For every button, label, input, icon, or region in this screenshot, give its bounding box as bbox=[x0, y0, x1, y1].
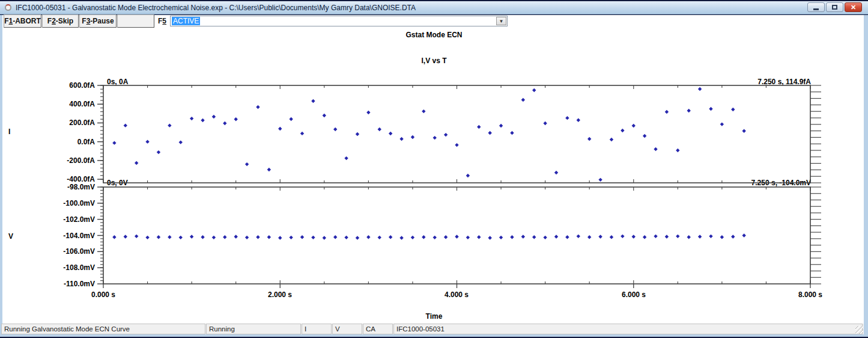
status-instrument-id: IFC1000-05031 bbox=[393, 324, 863, 334]
status-voltage-indicator: V bbox=[332, 324, 362, 334]
close-icon: ✕ bbox=[851, 3, 856, 11]
combobox-selected-value: ACTIVE bbox=[172, 17, 200, 25]
f5-accesskey: 5 bbox=[162, 17, 166, 25]
x-tick-label: 6.000 s bbox=[607, 290, 661, 299]
voltage-start-annotation: 0s, 0V bbox=[107, 179, 128, 187]
status-current-indicator: I bbox=[302, 324, 332, 334]
f1-abort-button[interactable]: F1-ABORT bbox=[4, 14, 41, 28]
status-state: Running bbox=[206, 324, 301, 334]
maximize-button[interactable] bbox=[826, 2, 843, 12]
voltage-latest-annotation: 7.250 s, -104.0mV bbox=[751, 179, 811, 187]
button-label: -ABORT bbox=[13, 17, 41, 25]
window-title: IFC1000-05031 - Galvanostatic Mode Elect… bbox=[16, 4, 416, 12]
button-accesskey: 2 bbox=[52, 17, 56, 25]
status-cell-mode: CA bbox=[363, 324, 393, 334]
title-bar[interactable]: IFC1000-05031 - Galvanostatic Mode Elect… bbox=[0, 1, 868, 14]
button-label: -Pause bbox=[90, 17, 114, 25]
status-bar: Running Galvanostatic Mode ECN Curve Run… bbox=[1, 324, 864, 334]
button-label: F bbox=[82, 17, 86, 25]
x-axis-title: Time bbox=[0, 312, 868, 321]
x-tick-label: 0.000 s bbox=[76, 290, 130, 299]
y-axis-label-current: I bbox=[8, 128, 10, 136]
application-window: IFC1000-05031 - Galvanostatic Mode Elect… bbox=[0, 0, 868, 338]
minimize-button[interactable] bbox=[807, 2, 825, 12]
app-icon bbox=[5, 4, 11, 11]
chart-title: Gstat Mode ECN bbox=[0, 31, 868, 39]
maximize-icon bbox=[832, 5, 837, 10]
resize-grip[interactable] bbox=[855, 326, 863, 334]
combobox-dropdown-button[interactable]: ▼ bbox=[496, 17, 506, 25]
button-label: -Skip bbox=[56, 17, 73, 25]
f3-pause-button[interactable]: F3-Pause bbox=[79, 14, 117, 28]
f5-status-combobox[interactable]: ACTIVE ▼ bbox=[170, 16, 508, 26]
x-tick-label: 2.000 s bbox=[253, 290, 307, 299]
current-latest-annotation: 7.250 s, 114.9fA bbox=[757, 78, 811, 86]
window-controls: ✕ bbox=[807, 2, 862, 12]
minimize-icon bbox=[813, 8, 819, 10]
x-tick-label: 8.000 s bbox=[783, 290, 837, 299]
y-axis-label-voltage: V bbox=[8, 232, 13, 241]
chevron-down-icon: ▼ bbox=[499, 19, 504, 24]
close-button[interactable]: ✕ bbox=[845, 2, 862, 12]
f5-label: F5 bbox=[158, 17, 166, 25]
f2-skip-button[interactable]: F2-Skip bbox=[42, 14, 79, 28]
status-message: Running Galvanostatic Mode ECN Curve bbox=[1, 324, 205, 334]
x-tick-label: 4.000 s bbox=[429, 290, 484, 299]
current-start-annotation: 0s, 0A bbox=[107, 78, 128, 86]
chart-subtitle: I,V vs T bbox=[0, 57, 868, 65]
blank-toolbar-button[interactable] bbox=[117, 14, 154, 28]
